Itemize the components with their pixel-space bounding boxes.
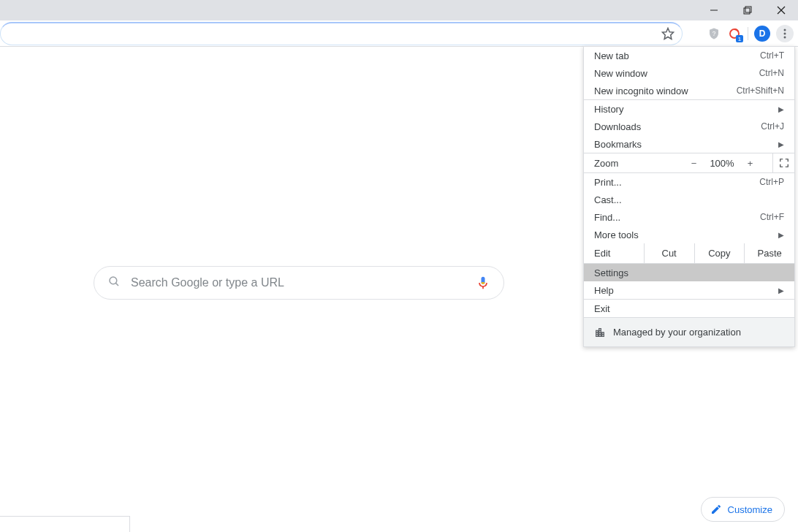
svg-point-8 (784, 29, 786, 31)
customize-button[interactable]: Customize (701, 497, 785, 522)
edit-copy[interactable]: Copy (694, 243, 745, 263)
bookmark-star-icon[interactable] (661, 26, 675, 41)
chrome-menu: New tabCtrl+T New windowCtrl+N New incog… (583, 46, 795, 347)
menu-settings[interactable]: Settings (584, 264, 794, 281)
menu-help[interactable]: Help▶ (584, 281, 794, 299)
help-icon[interactable]: ? (707, 26, 721, 41)
svg-point-11 (110, 277, 117, 284)
download-shelf (0, 516, 130, 532)
menu-print[interactable]: Print...Ctrl+P (584, 173, 794, 191)
menu-history[interactable]: History▶ (584, 100, 794, 118)
search-icon (107, 275, 121, 291)
edit-paste[interactable]: Paste (744, 243, 794, 263)
edit-cut[interactable]: Cut (644, 243, 694, 263)
svg-point-10 (784, 37, 786, 39)
menu-edit-row: Edit Cut Copy Paste (584, 243, 794, 264)
svg-rect-2 (745, 7, 751, 12)
close-button[interactable] (764, 0, 798, 20)
minimize-button[interactable] (697, 0, 731, 20)
zoom-in-button[interactable]: + (748, 158, 753, 169)
fullscreen-button[interactable] (772, 153, 794, 173)
menu-new-tab[interactable]: New tabCtrl+T (584, 47, 794, 64)
chevron-right-icon: ▶ (778, 105, 784, 113)
zoom-out-button[interactable]: − (691, 158, 697, 169)
svg-line-12 (115, 283, 118, 286)
window-titlebar (0, 0, 798, 20)
menu-managed[interactable]: Managed by your organization (584, 317, 794, 346)
menu-more-tools[interactable]: More tools▶ (584, 226, 794, 243)
ntp-search-box[interactable]: Search Google or type a URL (94, 266, 504, 300)
zoom-value: 100% (710, 158, 734, 169)
customize-label: Customize (728, 504, 772, 515)
svg-text:?: ? (712, 31, 716, 37)
chevron-right-icon: ▶ (778, 286, 784, 294)
chrome-menu-button[interactable] (776, 25, 794, 42)
menu-zoom-row: Zoom − 100% + (584, 153, 794, 173)
building-icon (594, 327, 606, 338)
menu-exit[interactable]: Exit (584, 300, 794, 317)
menu-new-window[interactable]: New windowCtrl+N (584, 64, 794, 82)
menu-downloads[interactable]: DownloadsCtrl+J (584, 118, 794, 135)
chevron-right-icon: ▶ (778, 231, 784, 239)
svg-marker-5 (663, 28, 674, 39)
maximize-button[interactable] (731, 0, 764, 20)
svg-rect-1 (744, 8, 750, 14)
chevron-right-icon: ▶ (778, 140, 784, 148)
pencil-icon (710, 503, 722, 515)
voice-search-icon[interactable] (476, 276, 490, 290)
browser-toolbar: ? 1 D (0, 20, 798, 47)
menu-incognito[interactable]: New incognito windowCtrl+Shift+N (584, 82, 794, 99)
menu-bookmarks[interactable]: Bookmarks▶ (584, 135, 794, 153)
menu-cast[interactable]: Cast... (584, 191, 794, 208)
menu-find[interactable]: Find...Ctrl+F (584, 208, 794, 226)
search-placeholder: Search Google or type a URL (131, 276, 476, 289)
svg-point-9 (784, 33, 786, 35)
toolbar-separator (748, 27, 748, 40)
extension-icon[interactable]: 1 (727, 26, 742, 41)
address-bar[interactable] (0, 22, 683, 45)
profile-avatar[interactable]: D (754, 26, 770, 42)
